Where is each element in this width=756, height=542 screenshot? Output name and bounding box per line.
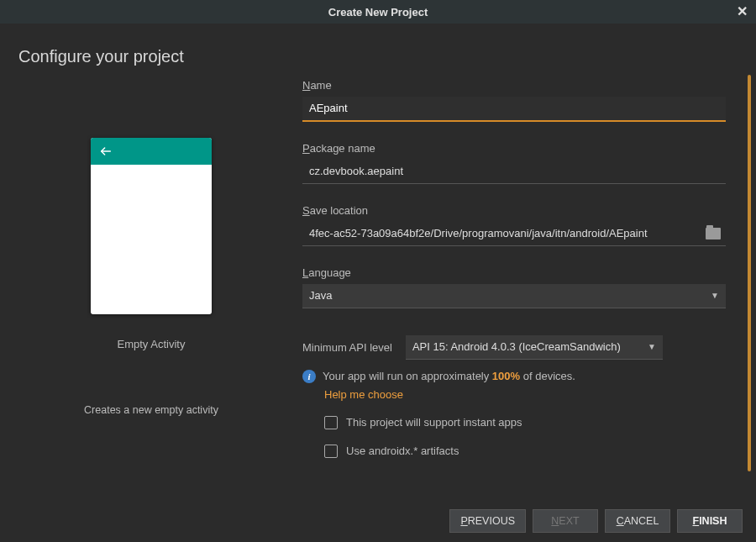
phone-appbar: [91, 138, 212, 165]
close-icon[interactable]: ✕: [737, 5, 748, 18]
next-button: NEXT: [533, 509, 598, 533]
androidx-checkbox[interactable]: [324, 445, 338, 458]
button-bar: PREVIOUS NEXT CANCEL FINISH: [0, 500, 756, 542]
api-info-text: Your app will run on approximately 100% …: [323, 368, 575, 385]
package-input[interactable]: cz.devbook.aepaint: [302, 160, 726, 184]
preview-description: Creates a new empty activity: [84, 404, 218, 416]
name-input[interactable]: AEpaint: [302, 97, 726, 122]
language-select[interactable]: Java ▼: [302, 284, 726, 308]
scrollbar[interactable]: [748, 75, 751, 471]
androidx-label: Use androidx.* artifacts: [346, 445, 459, 457]
window-titlebar: Create New Project ✕: [0, 0, 756, 24]
info-icon: i: [302, 370, 316, 383]
cancel-button[interactable]: CANCEL: [605, 509, 670, 533]
api-level-select[interactable]: API 15: Android 4.0.3 (IceCreamSandwich)…: [406, 335, 663, 360]
save-location-input[interactable]: 4fec-ac52-73a09a64bf2e/Drive/programovan…: [302, 222, 706, 245]
language-label: Language: [302, 266, 726, 279]
preview-panel: Empty Activity Creates a new empty activ…: [0, 75, 302, 500]
name-label: Name: [302, 79, 726, 92]
phone-preview: [91, 138, 212, 314]
package-label: Package name: [302, 142, 726, 155]
language-value: Java: [309, 289, 332, 302]
save-location-label: Save location: [302, 204, 726, 217]
window-title: Create New Project: [328, 6, 428, 18]
back-arrow-icon: [99, 145, 113, 158]
instant-apps-label: This project will support instant apps: [346, 416, 522, 429]
api-level-label: Minimum API level: [302, 341, 392, 354]
help-me-choose-link[interactable]: Help me choose: [324, 388, 726, 401]
page-title: Configure your project: [0, 24, 756, 75]
form-panel: Name AEpaint Package name cz.devbook.aep…: [302, 75, 756, 500]
previous-button[interactable]: PREVIOUS: [449, 509, 526, 533]
folder-icon[interactable]: [706, 228, 721, 239]
chevron-down-icon: ▼: [648, 342, 656, 351]
finish-button[interactable]: FINISH: [677, 509, 743, 533]
api-level-value: API 15: Android 4.0.3 (IceCreamSandwich): [412, 340, 621, 353]
chevron-down-icon: ▼: [711, 291, 719, 300]
instant-apps-checkbox[interactable]: [324, 416, 338, 429]
preview-title: Empty Activity: [118, 338, 186, 350]
